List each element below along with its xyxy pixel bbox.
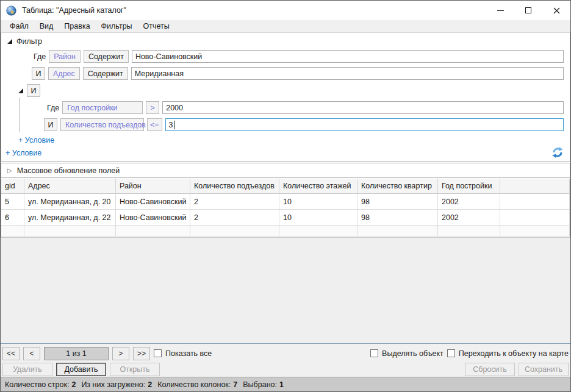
cell-empty: [500, 210, 570, 226]
highlight-object-checkbox[interactable]: [370, 349, 378, 357]
first-page-button[interactable]: <<: [2, 347, 20, 360]
add-condition-link-outer[interactable]: + Условие: [5, 148, 41, 158]
cell-empty: [279, 226, 357, 237]
column-header-rayon[interactable]: Район: [116, 179, 190, 194]
cell-empty: [24, 226, 116, 237]
operator-select-less-equal[interactable]: <=: [147, 118, 162, 131]
cell-podezdy[interactable]: 2: [190, 194, 279, 210]
add-condition-link-inner[interactable]: + Условие: [18, 135, 54, 145]
operator-select-contains-1[interactable]: Содержит: [84, 50, 129, 63]
cell-kvartiry[interactable]: 98: [357, 194, 438, 210]
cell-adres[interactable]: ул. Меридианная, д. 20: [24, 194, 116, 210]
operator-select-greater[interactable]: >: [146, 101, 159, 114]
save-button[interactable]: Сохранить: [519, 363, 569, 376]
column-header-etazhi[interactable]: Количество этажей: [279, 179, 357, 194]
goto-object-checkbox[interactable]: [447, 349, 455, 357]
goto-object-option[interactable]: Переходить к объекту на карте: [447, 349, 569, 358]
goto-object-label: Переходить к объекту на карте: [459, 349, 569, 358]
table-row[interactable]: 6 ул. Меридианная, д. 22 Ново-Савиновски…: [1, 210, 570, 226]
group-and-operator-button[interactable]: И: [27, 84, 40, 97]
menu-edit[interactable]: Правка: [59, 21, 95, 32]
minimize-icon: [497, 10, 504, 11]
filter-value-text: 3: [169, 121, 173, 129]
prev-page-button[interactable]: <: [23, 347, 40, 360]
filter-expander[interactable]: Фильтр: [1, 36, 570, 46]
table-new-row[interactable]: [1, 226, 570, 237]
columns-count-label: Количество колонок:: [157, 380, 231, 389]
close-icon: [553, 7, 560, 14]
window-title: Таблица: "Адресный каталог": [22, 6, 486, 15]
field-select-adres[interactable]: Адрес: [48, 67, 80, 80]
group-tree-line: [20, 98, 20, 132]
menu-file[interactable]: Файл: [4, 21, 34, 32]
menu-reports[interactable]: Отчеты: [138, 21, 175, 32]
show-all-option[interactable]: Показать все: [154, 349, 212, 358]
loaded-count-value: 2: [148, 380, 152, 389]
action-buttons-row: Удалить Добавить Открыть Сбросить Сохран…: [2, 362, 569, 377]
column-header-adres[interactable]: Адрес: [24, 179, 116, 194]
cell-empty: [500, 226, 570, 237]
open-button[interactable]: Открыть: [110, 363, 160, 376]
where-label: Где: [47, 104, 59, 112]
field-select-god-postroyki[interactable]: Год постройки: [62, 101, 143, 114]
column-header-podezdy[interactable]: Количество подъездов: [190, 179, 279, 194]
filter-value-input-podezdy[interactable]: 3: [165, 118, 564, 131]
menu-view[interactable]: Вид: [34, 21, 59, 32]
last-page-button[interactable]: >>: [133, 347, 150, 360]
cell-etazhi[interactable]: 10: [279, 210, 357, 226]
next-page-button[interactable]: >: [112, 347, 129, 360]
maximize-icon: [525, 7, 531, 13]
filter-value-text: Меридианная: [135, 69, 184, 78]
minimize-button[interactable]: [486, 1, 514, 20]
show-all-checkbox[interactable]: [154, 349, 162, 357]
group-expander-expanded-icon[interactable]: [18, 88, 23, 93]
columns-count-value: 7: [233, 380, 237, 389]
data-grid: gid Адрес Район Количество подъездов Кол…: [1, 179, 570, 237]
menu-filters[interactable]: Фильтры: [96, 21, 138, 32]
app-window: Таблица: "Адресный каталог" Файл Вид Пра…: [0, 0, 571, 392]
reset-button[interactable]: Сбросить: [465, 363, 515, 376]
bottom-panel: << < 1 из 1 > >> Показать все Выделять о…: [1, 343, 570, 377]
title-bar: Таблица: "Адресный каталог": [1, 1, 570, 20]
rows-count-label: Количество строк:: [5, 380, 69, 389]
pagination-row: << < 1 из 1 > >> Показать все Выделять о…: [2, 346, 569, 361]
filter-value-text: Ново-Савиновский: [135, 52, 202, 61]
cell-podezdy[interactable]: 2: [190, 210, 279, 226]
and-operator-button-2[interactable]: И: [44, 118, 57, 131]
and-operator-button-1[interactable]: И: [32, 67, 45, 80]
add-button[interactable]: Добавить: [56, 363, 106, 376]
column-header-god[interactable]: Год постройки: [438, 179, 500, 194]
cell-gid[interactable]: 6: [1, 210, 24, 226]
close-button[interactable]: [542, 1, 570, 20]
filter-row-2: И Адрес Содержит Меридианная: [1, 67, 564, 80]
operator-select-contains-2[interactable]: Содержит: [83, 67, 128, 80]
field-select-rayon[interactable]: Район: [49, 50, 81, 63]
cell-empty: [1, 226, 24, 237]
filter-value-input-god[interactable]: 2000: [162, 101, 564, 114]
column-header-kvartiry[interactable]: Количество квартир: [357, 179, 438, 194]
apply-filter-refresh-button[interactable]: [551, 146, 564, 159]
cell-god[interactable]: 2002: [438, 194, 500, 210]
cell-gid[interactable]: 5: [1, 194, 24, 210]
cell-rayon[interactable]: Ново-Савиновский: [116, 210, 190, 226]
filter-value-input-adres[interactable]: Меридианная: [131, 67, 564, 80]
table-row[interactable]: 5 ул. Меридианная, д. 20 Ново-Савиновски…: [1, 194, 570, 210]
selected-count-value: 1: [279, 380, 284, 389]
mass-update-expander[interactable]: ▷ Массовое обновление полей: [1, 163, 570, 178]
cell-etazhi[interactable]: 10: [279, 194, 357, 210]
where-label: Где: [34, 52, 46, 61]
filter-value-input-rayon[interactable]: Ново-Савиновский: [132, 50, 564, 63]
text-cursor: [174, 121, 174, 129]
cell-god[interactable]: 2002: [438, 210, 500, 226]
highlight-object-label: Выделять объект: [382, 349, 444, 358]
cell-adres[interactable]: ул. Меридианная, д. 22: [24, 210, 116, 226]
filter-group: И Где Год постройки > 2000 И Количество …: [1, 84, 570, 145]
cell-kvartiry[interactable]: 98: [357, 210, 438, 226]
delete-button[interactable]: Удалить: [2, 363, 52, 376]
highlight-object-option[interactable]: Выделять объект: [370, 349, 444, 358]
selected-count: Выбрано:1: [243, 380, 284, 389]
field-select-kolichestvo-podezdov[interactable]: Количество подъездов: [60, 118, 144, 131]
maximize-button[interactable]: [514, 1, 542, 20]
cell-rayon[interactable]: Ново-Савиновский: [116, 194, 190, 210]
column-header-gid[interactable]: gid: [1, 179, 24, 194]
